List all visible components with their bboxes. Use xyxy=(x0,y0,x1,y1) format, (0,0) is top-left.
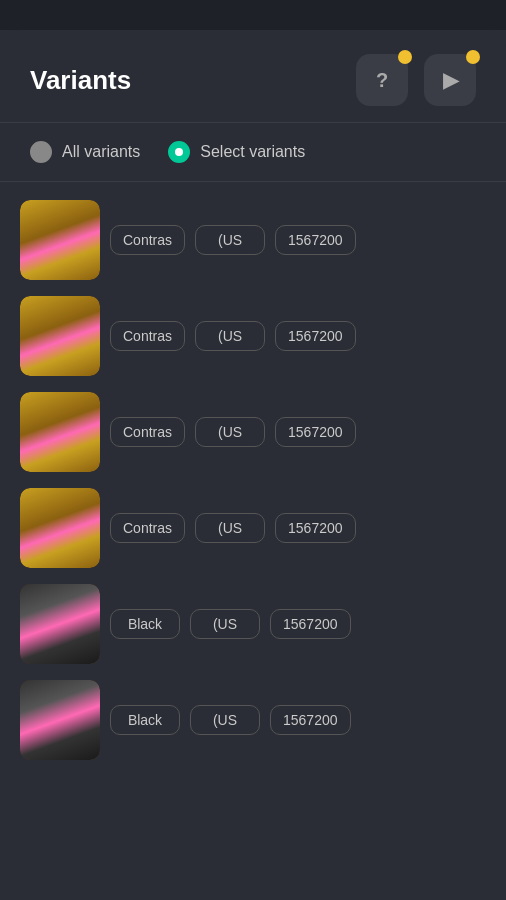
help-button[interactable]: ? xyxy=(356,54,408,106)
select-variants-label: Select variants xyxy=(200,143,305,161)
color-tag[interactable]: Contras xyxy=(110,321,185,351)
table-row: Contras (US 1567200 xyxy=(0,192,506,288)
sku-tag[interactable]: 1567200 xyxy=(270,705,351,735)
select-variants-radio[interactable] xyxy=(168,141,190,163)
leopard-pink-image xyxy=(20,392,100,472)
color-tag[interactable]: Contras xyxy=(110,417,185,447)
black-pink-image xyxy=(20,680,100,760)
color-tag[interactable]: Contras xyxy=(110,225,185,255)
table-row: Black (US 1567200 xyxy=(0,576,506,672)
select-variants-option[interactable]: Select variants xyxy=(168,141,305,163)
color-tag[interactable]: Contras xyxy=(110,513,185,543)
leopard-pink-image xyxy=(20,488,100,568)
size-tag[interactable]: (US xyxy=(190,609,260,639)
table-row: Contras (US 1567200 xyxy=(0,288,506,384)
sku-tag[interactable]: 1567200 xyxy=(275,513,356,543)
all-variants-radio[interactable] xyxy=(30,141,52,163)
play-icon: ▶ xyxy=(443,68,458,92)
table-row: Contras (US 1567200 xyxy=(0,480,506,576)
variant-image xyxy=(20,200,100,280)
variant-image xyxy=(20,680,100,760)
variants-list[interactable]: Contras (US 1567200 Contras (US 1567200 … xyxy=(0,182,506,900)
size-tag[interactable]: (US xyxy=(195,225,265,255)
black-pink-image xyxy=(20,584,100,664)
page-title: Variants xyxy=(30,65,340,96)
play-notification-dot xyxy=(466,50,480,64)
size-tag[interactable]: (US xyxy=(190,705,260,735)
variant-selector: All variants Select variants xyxy=(0,123,506,182)
variant-image xyxy=(20,584,100,664)
help-icon: ? xyxy=(376,69,388,92)
sku-tag[interactable]: 1567200 xyxy=(275,321,356,351)
header: Variants ? ▶ xyxy=(0,30,506,123)
variant-image xyxy=(20,392,100,472)
all-variants-option[interactable]: All variants xyxy=(30,141,140,163)
leopard-pink-image xyxy=(20,200,100,280)
variant-image xyxy=(20,296,100,376)
size-tag[interactable]: (US xyxy=(195,321,265,351)
size-tag[interactable]: (US xyxy=(195,417,265,447)
sku-tag[interactable]: 1567200 xyxy=(275,225,356,255)
play-button[interactable]: ▶ xyxy=(424,54,476,106)
variant-image xyxy=(20,488,100,568)
color-tag[interactable]: Black xyxy=(110,705,180,735)
main-container: Variants ? ▶ All variants Select variant… xyxy=(0,30,506,900)
color-tag[interactable]: Black xyxy=(110,609,180,639)
sku-tag[interactable]: 1567200 xyxy=(270,609,351,639)
table-row: Contras (US 1567200 xyxy=(0,384,506,480)
top-bar xyxy=(0,0,506,30)
size-tag[interactable]: (US xyxy=(195,513,265,543)
help-notification-dot xyxy=(398,50,412,64)
table-row: Black (US 1567200 xyxy=(0,672,506,768)
all-variants-label: All variants xyxy=(62,143,140,161)
sku-tag[interactable]: 1567200 xyxy=(275,417,356,447)
leopard-pink-image xyxy=(20,296,100,376)
